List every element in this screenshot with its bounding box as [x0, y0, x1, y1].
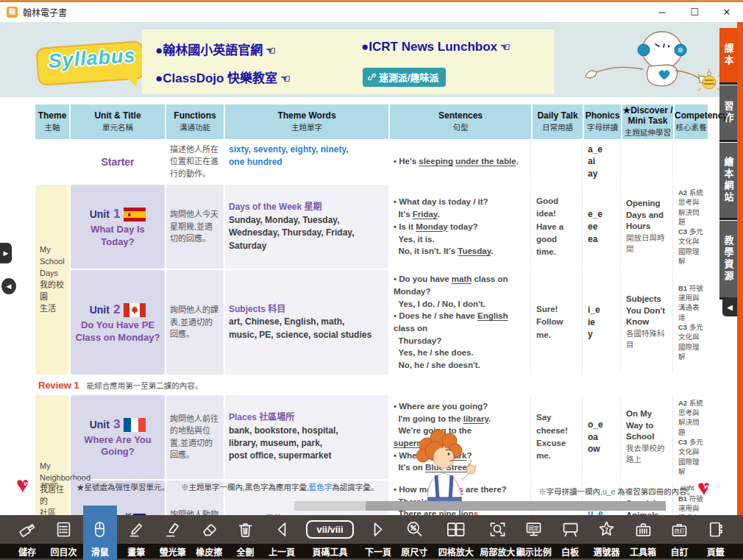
table-header-row: Theme主軸 Unit & Title單元名稱 Functions溝通功能 T… [35, 104, 708, 139]
tool-next[interactable]: 下一頁 [361, 515, 395, 560]
monitor-fixed-icon: 固定 [524, 520, 544, 539]
click-hand-icon: ☜ [280, 72, 290, 85]
trash-icon [235, 520, 255, 539]
tool-zoom-percent[interactable]: 原尺寸 [397, 515, 431, 560]
row-unit2: Unit2 Do You Have PE Class on Monday? 詢問… [35, 270, 708, 374]
svg-text:固定: 固定 [528, 525, 539, 531]
tool-label: 四格放大 [438, 545, 474, 560]
tab-textbook[interactable]: 課本 [719, 28, 737, 85]
tool-label: 橡皮擦 [196, 545, 222, 560]
page-number-right: ♥ viii [697, 480, 722, 502]
app-icon: 翰 [7, 7, 18, 18]
tool-trash[interactable]: 全刪 [229, 515, 263, 560]
syllabus-logo: Syllabus [34, 38, 146, 87]
tool-whiteboard[interactable]: 白板 [553, 515, 587, 560]
page-indicator: vii/viii [306, 520, 353, 539]
pen-icon [127, 520, 146, 539]
click-hand-icon: ☜ [500, 40, 510, 53]
whiteboard-icon [561, 520, 580, 539]
boy-mascot-illustration [405, 428, 483, 511]
usb-save-icon [18, 520, 38, 539]
bookmark-book-icon [705, 520, 725, 539]
link-icrt-news[interactable]: ●ICRT News Lunchbox☜ [361, 40, 510, 54]
tool-label: 頁籤 [707, 545, 725, 560]
footnote-phonics: ※字母拼讀一欄內,u_e 為複習第四冊的內容。 [538, 486, 694, 497]
robot-mascot-illustration [575, 26, 721, 97]
tool-label: 工具箱 [630, 545, 656, 560]
prev-icon [272, 520, 292, 539]
starter-title: Starter [71, 141, 165, 183]
chevron-right-icon: ▶ [4, 249, 9, 257]
chevron-left-icon: ◀ [727, 303, 733, 311]
app-window: 翰 翰林電子書 ─ ☐ ✕ Syllabus ●翰林國小英語官網☜ ●ICRT … [0, 0, 743, 560]
titlebar: 翰 翰林電子書 ─ ☐ ✕ [0, 2, 743, 23]
tool-label: 儲存 [18, 545, 36, 560]
tab-picturebook-site[interactable]: 繪本網站 [719, 143, 737, 220]
collapse-tabs-button[interactable]: ◀ [722, 297, 737, 316]
close-button[interactable]: ✕ [711, 3, 743, 22]
svg-text:自訂: 自訂 [674, 528, 685, 534]
mouse-icon [90, 520, 110, 539]
links-box: ●翰林國小英語官網☜ ●ICRT News Lunchbox☜ ●ClassDo… [142, 29, 554, 94]
row-starter: Starter 描述他人所在位置和正在進行的動作。 sixty, seventy… [35, 141, 708, 183]
left-panel-handle[interactable]: ▶ [0, 243, 12, 263]
tool-label: 螢光筆 [160, 545, 186, 560]
horizontal-scrollbar[interactable] [294, 501, 666, 511]
toc-icon [54, 520, 74, 539]
tool-label: 顯示比例 [516, 545, 552, 560]
tool-monitor-fixed[interactable]: 固定顯示比例 [517, 515, 551, 560]
scrollbar-thumb[interactable] [366, 501, 666, 511]
row-unit3: MyNeighborhood我居住的社區 Unit3 Where Are You… [35, 395, 708, 479]
tool-bookmark-book[interactable]: 頁籤 [699, 515, 733, 560]
tool-toolbox[interactable]: 工具箱 [626, 515, 660, 560]
link-icon [368, 73, 376, 81]
chevron-left-icon: ◀ [7, 283, 12, 290]
footnote-star: ★星號處為彈性學習單元。 [77, 481, 169, 492]
france-flag-icon [124, 418, 146, 432]
unit2-cell: Unit2 Do You Have PE Class on Monday? [71, 270, 165, 374]
custom-box-icon: 自訂 [669, 520, 689, 539]
click-hand-icon: ☜ [266, 44, 275, 57]
page-word-right: eight [680, 484, 694, 492]
maximize-button[interactable]: ☐ [678, 3, 711, 22]
tool-label: 畫筆 [127, 545, 145, 560]
link-hanlin-english[interactable]: ●翰林國小英語官網☜ [155, 40, 276, 58]
footnote-words: ※主題單字一欄內,黑色字為應用字彙,藍色字為認識字彙。 [181, 481, 378, 492]
quiz-link-button[interactable]: 速測派/趣味派 [363, 68, 446, 87]
tool-label: 滑鼠 [91, 545, 109, 560]
tool-zoom-area[interactable]: 局部放大 [480, 515, 514, 560]
tool-prev[interactable]: 上一頁 [265, 515, 299, 560]
tool-grid-4[interactable]: 四格放大 [434, 515, 478, 560]
tool-label: 頁碼工具 [312, 545, 347, 560]
unit1-cell: Unit1 What Day Is Today? [71, 185, 165, 269]
tool-label: 上一頁 [269, 545, 295, 560]
tool-toc[interactable]: 回目次 [46, 515, 80, 560]
page-word-left: seven [41, 481, 58, 488]
left-back-button[interactable]: ◀ [1, 278, 16, 294]
tool-star-7[interactable]: 7選號器 [590, 515, 624, 560]
svg-text:7: 7 [605, 526, 608, 534]
window-title: 翰林電子書 [23, 6, 67, 18]
tool-eraser[interactable]: 橡皮擦 [192, 515, 226, 560]
zoom-area-icon [488, 520, 508, 539]
tab-teaching-resources[interactable]: 教學資源 [719, 221, 737, 300]
minimize-button[interactable]: ─ [646, 3, 678, 22]
tool-custom-box[interactable]: 自訂自訂 [662, 515, 696, 560]
right-accent-strip [737, 22, 743, 515]
row-review1: Review 1能綜合應用第一至第二課的內容。 [35, 376, 708, 394]
page-number-left: ♥ vii [16, 477, 41, 499]
tool-usb-save[interactable]: 儲存 [10, 515, 44, 560]
tool-highlighter[interactable]: 螢光筆 [156, 515, 190, 560]
tool-label: 白板 [561, 545, 579, 560]
spain-flag-icon [124, 208, 146, 221]
grid-4-icon [446, 520, 466, 539]
tool-page-box[interactable]: vii/viii頁碼工具 [302, 515, 359, 560]
tool-label: 回目次 [50, 545, 77, 560]
bottom-toolbar: 儲存回目次滑鼠畫筆螢光筆橡皮擦全刪上一頁vii/viii頁碼工具下一頁原尺寸四格… [0, 515, 743, 560]
tool-mouse[interactable]: 滑鼠 [83, 515, 117, 560]
link-classdojo[interactable]: ●ClassDojo 快樂教室☜ [155, 68, 291, 86]
highlighter-icon [163, 520, 182, 539]
tool-label: 下一頁 [365, 545, 391, 560]
toolbox-icon [633, 520, 653, 539]
tool-pen[interactable]: 畫筆 [119, 515, 153, 560]
